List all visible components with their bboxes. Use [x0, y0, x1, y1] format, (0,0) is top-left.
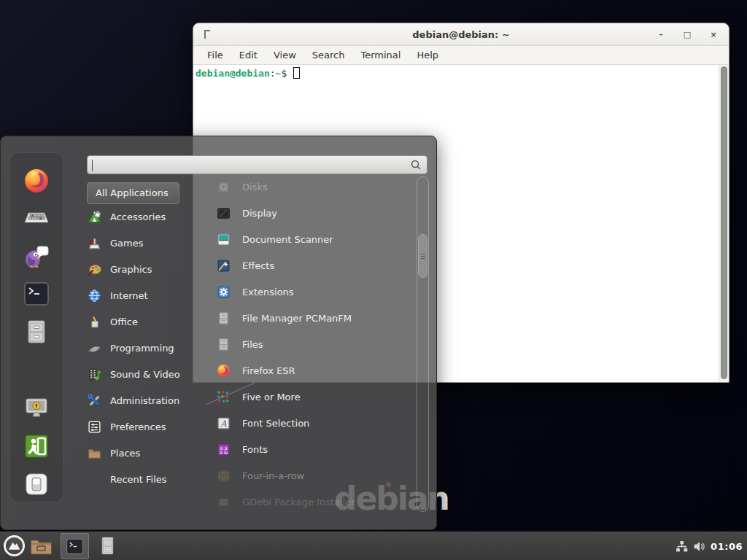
display-icon [216, 206, 231, 221]
log-out-button[interactable] [22, 432, 51, 461]
svg-text:A: A [220, 418, 227, 428]
terminal-icon [65, 537, 85, 556]
shut-down-icon [22, 470, 51, 499]
app-five-or-more[interactable]: Five or More [207, 384, 413, 410]
terminal-cursor [293, 67, 300, 79]
favorites-rail [9, 152, 63, 502]
app-file-manager-pcmanfm[interactable]: File Manager PCManFM [207, 305, 413, 331]
firefox-icon [216, 363, 231, 378]
category-internet[interactable]: Internet [87, 282, 204, 308]
administration-icon [87, 393, 102, 408]
category-administration[interactable]: Administration [87, 387, 204, 413]
category-places[interactable]: Places [87, 440, 204, 466]
accessories-icon [87, 209, 102, 225]
app-fonts[interactable]: a a a & Fonts [207, 436, 413, 462]
file-cabinet-icon [216, 337, 231, 352]
app-gdebi-package-installer[interactable]: GDebi Package Installer [207, 489, 413, 515]
svg-text:a &: a & [220, 449, 228, 455]
app-extensions[interactable]: Extensions [207, 279, 413, 305]
lock-screen-icon [22, 394, 51, 423]
menu-edit[interactable]: Edit [233, 48, 264, 62]
shell-prompt: debian@debian:~$ [193, 65, 729, 80]
disks-icon [216, 179, 231, 195]
fonts-icon: a a a & [216, 442, 231, 457]
app-effects[interactable]: Effects [207, 252, 413, 279]
menu-scrollbar[interactable] [417, 176, 429, 512]
pidgin-icon [22, 241, 51, 271]
taskbar: 01:06 [0, 531, 747, 560]
app-disks[interactable]: Disks [207, 174, 413, 200]
terminal-scrollbar-thumb[interactable] [721, 66, 727, 379]
prompt-symbol: $ [281, 68, 293, 79]
favorite-pidgin[interactable] [22, 241, 51, 271]
category-programming[interactable]: Programming [87, 335, 204, 361]
category-preferences[interactable]: Preferences [87, 413, 204, 440]
file-cabinet-icon [98, 536, 117, 556]
minimize-button[interactable]: – [656, 30, 666, 40]
search-icon [410, 159, 422, 171]
folder-icon [30, 537, 53, 556]
category-graphics[interactable]: Graphics [87, 256, 204, 282]
window-controls: – □ × [656, 23, 719, 46]
category-all-applications[interactable]: All Applications [87, 182, 179, 204]
favorite-keyboard[interactable] [22, 203, 51, 233]
menu-scrollbar-thumb[interactable] [418, 234, 427, 278]
programming-icon [87, 341, 102, 356]
desktop: debian debian@debian: ~ – □ × File Edit … [0, 0, 747, 560]
prompt-separator: : [270, 68, 276, 79]
lock-screen-button[interactable] [22, 394, 51, 423]
menu-search[interactable]: Search [306, 48, 352, 62]
maximize-button[interactable]: □ [682, 30, 692, 40]
graphics-icon [87, 262, 102, 277]
terminal-scrollbar[interactable] [719, 65, 729, 382]
preferences-icon [87, 419, 102, 435]
favorite-terminal[interactable] [22, 279, 51, 308]
category-games[interactable]: Games [87, 230, 204, 256]
keyboard-icon [22, 203, 51, 233]
search-caret [92, 160, 93, 171]
places-icon [87, 446, 102, 461]
menu-help[interactable]: Help [410, 48, 445, 62]
app-display[interactable]: Display [207, 200, 413, 226]
menu-button[interactable] [3, 534, 26, 557]
app-four-in-a-row[interactable]: Four-in-a-row [207, 462, 413, 489]
menu-terminal[interactable]: Terminal [354, 48, 407, 62]
terminal-window-title: debian@debian: ~ [193, 23, 729, 46]
task-file-manager[interactable] [98, 536, 117, 556]
menu-search-box [87, 155, 427, 174]
terminal-titlebar[interactable]: debian@debian: ~ – □ × [193, 23, 729, 46]
places-folder-launcher[interactable] [30, 537, 53, 556]
application-menu: All Applications Accessories Games [0, 136, 437, 530]
log-out-icon [22, 432, 51, 461]
category-sound-video[interactable]: Sound & Video [87, 361, 204, 387]
volume-icon[interactable] [693, 540, 705, 553]
favorite-firefox[interactable] [22, 166, 51, 195]
category-accessories[interactable]: Accessories [87, 203, 204, 230]
gdebi-icon [216, 494, 231, 510]
category-recent-files[interactable]: Recent Files [87, 466, 204, 492]
extensions-icon [216, 284, 231, 300]
menu-view[interactable]: View [267, 48, 303, 62]
clock[interactable]: 01:06 [711, 541, 743, 552]
app-document-scanner[interactable]: Document Scanner [207, 226, 413, 252]
prompt-user-host: debian@debian [196, 68, 270, 79]
favorite-file-manager[interactable] [22, 317, 51, 346]
file-cabinet-icon [216, 311, 231, 326]
games-icon [87, 236, 102, 251]
network-icon[interactable] [676, 540, 688, 553]
app-firefox-esr[interactable]: Firefox ESR [207, 357, 413, 384]
file-cabinet-icon [22, 317, 51, 346]
shut-down-button[interactable] [22, 470, 51, 499]
menu-button-icon [3, 534, 26, 557]
search-input[interactable] [88, 156, 410, 174]
category-office[interactable]: Office [87, 308, 204, 335]
category-list: Accessories Games Graphics [87, 203, 204, 492]
sound-video-icon [87, 367, 102, 382]
menu-file[interactable]: File [201, 48, 230, 62]
close-button[interactable]: × [708, 30, 719, 40]
app-font-selection[interactable]: A Font Selection [207, 410, 413, 436]
app-files[interactable]: Files [207, 331, 413, 357]
task-terminal[interactable] [61, 533, 89, 559]
system-tray: 01:06 [676, 532, 743, 560]
application-list: Disks Display Document Scanner [207, 174, 413, 515]
